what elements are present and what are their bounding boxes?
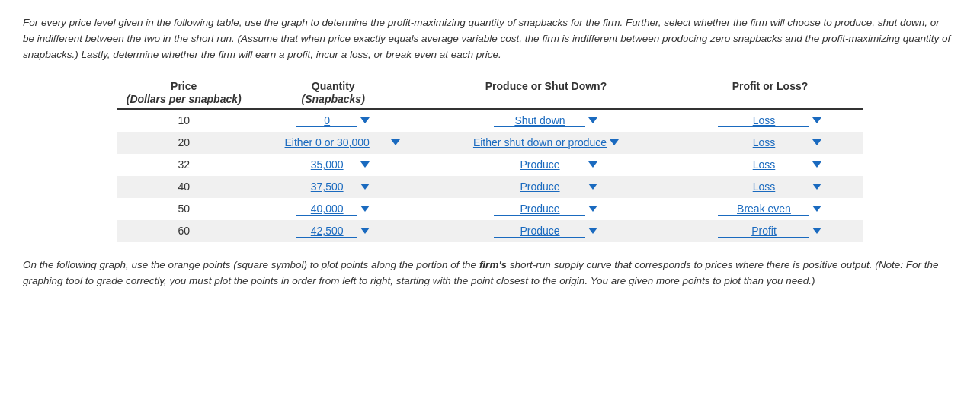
quantity-dropdown-arrow[interactable] (360, 206, 370, 212)
profit-header: Profit or Loss? (677, 77, 863, 93)
quantity-value: 37,500 (296, 181, 357, 193)
produce-dropdown-arrow[interactable] (588, 184, 597, 190)
produce-dropdown-arrow[interactable] (588, 228, 597, 234)
quantity-cell[interactable]: 42,500 (251, 220, 415, 242)
profit-cell[interactable]: Loss (677, 132, 863, 154)
quantity-cell[interactable]: Either 0 or 30,000 (251, 132, 415, 154)
profit-value: Loss (718, 158, 809, 171)
profit-value: Break even (718, 203, 809, 216)
quantity-dropdown-arrow[interactable] (391, 139, 400, 145)
quantity-cell[interactable]: 35,000 (251, 154, 415, 176)
quantity-value: 35,000 (296, 158, 357, 171)
quantity-dropdown-arrow[interactable] (360, 184, 370, 190)
produce-cell[interactable]: Produce (415, 176, 677, 198)
profit-cell[interactable]: Break even (677, 198, 863, 220)
profit-value: Loss (718, 181, 809, 193)
profit-dropdown-arrow[interactable] (812, 161, 821, 168)
price-cell: 20 (117, 132, 251, 154)
profit-dropdown-arrow[interactable] (812, 139, 821, 145)
profit-dropdown-arrow[interactable] (812, 206, 821, 212)
produce-cell[interactable]: Produce (415, 198, 677, 220)
produce-dropdown-arrow[interactable] (610, 139, 619, 145)
produce-header: Produce or Shut Down? (415, 77, 677, 93)
produce-value: Produce (494, 225, 585, 238)
price-cell: 40 (117, 176, 251, 198)
profit-cell[interactable]: Loss (677, 109, 863, 132)
produce-cell[interactable]: Either shut down or produce (415, 132, 677, 154)
data-table-container: Price Quantity Produce or Shut Down? Pro… (117, 77, 863, 242)
price-header-line2: (Dollars per snapback) (117, 93, 251, 109)
produce-value: Shut down (494, 114, 585, 127)
profit-dropdown-arrow[interactable] (812, 184, 821, 190)
price-cell: 32 (117, 154, 251, 176)
profit-cell[interactable]: Loss (677, 154, 863, 176)
price-cell: 60 (117, 220, 251, 242)
produce-dropdown-arrow[interactable] (588, 117, 597, 123)
quantity-value: Either 0 or 30,000 (266, 136, 388, 149)
quantity-cell[interactable]: 0 (251, 109, 415, 132)
profit-cell[interactable]: Loss (677, 176, 863, 198)
produce-cell[interactable]: Shut down (415, 109, 677, 132)
qty-header-line1: Quantity (251, 77, 415, 93)
profit-dropdown-arrow[interactable] (812, 117, 821, 123)
quantity-value: 40,000 (296, 203, 357, 216)
produce-value: Produce (494, 181, 585, 193)
quantity-value: 42,500 (296, 225, 357, 238)
produce-value: Either shut down or produce (473, 136, 607, 149)
snapback-table: Price Quantity Produce or Shut Down? Pro… (117, 77, 863, 242)
quantity-cell[interactable]: 37,500 (251, 176, 415, 198)
quantity-dropdown-arrow[interactable] (360, 117, 370, 123)
price-cell: 10 (117, 109, 251, 132)
produce-dropdown-arrow[interactable] (588, 206, 597, 212)
profit-value: Loss (718, 136, 809, 149)
produce-cell[interactable]: Produce (415, 154, 677, 176)
footer-paragraph: On the following graph, use the orange p… (23, 257, 953, 289)
profit-value: Loss (718, 114, 809, 127)
quantity-dropdown-arrow[interactable] (360, 161, 370, 168)
price-cell: 50 (117, 198, 251, 220)
produce-cell[interactable]: Produce (415, 220, 677, 242)
profit-value: Profit (718, 225, 809, 238)
produce-value: Produce (494, 203, 585, 216)
produce-dropdown-arrow[interactable] (588, 161, 597, 168)
qty-header-line2: (Snapbacks) (251, 93, 415, 109)
firms-bold: firm's (479, 259, 507, 270)
profit-dropdown-arrow[interactable] (812, 228, 821, 234)
price-header-line1: Price (117, 77, 251, 93)
intro-paragraph: For every price level given in the follo… (23, 15, 953, 63)
quantity-dropdown-arrow[interactable] (360, 228, 370, 234)
quantity-cell[interactable]: 40,000 (251, 198, 415, 220)
profit-header-blank (677, 93, 863, 109)
quantity-value: 0 (296, 114, 357, 127)
produce-header-blank (415, 93, 677, 109)
profit-cell[interactable]: Profit (677, 220, 863, 242)
produce-value: Produce (494, 158, 585, 171)
